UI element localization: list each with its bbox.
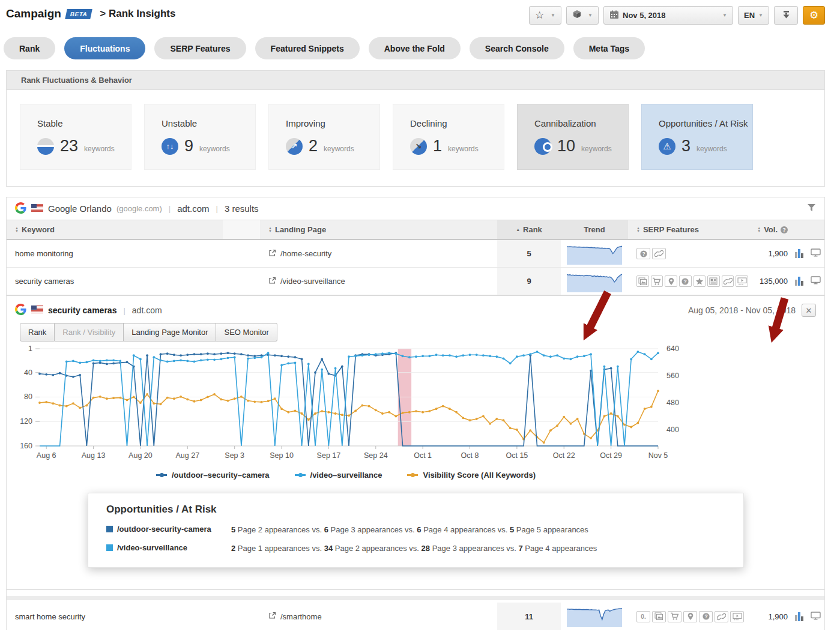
filter-icon[interactable] <box>807 204 816 214</box>
sort-icon <box>757 227 761 233</box>
bar-chart-icon[interactable] <box>795 249 803 258</box>
column-header-keyword[interactable]: Keyword <box>7 220 223 239</box>
landing-page-link[interactable]: /video-surveillance <box>260 277 497 286</box>
pin-serp-icon <box>665 275 677 287</box>
bar-chart-icon[interactable] <box>795 612 803 621</box>
keyword-detail-panel: security cameras | adt.com Aug 05, 2018 … <box>7 295 824 590</box>
table-row-smart-home-security[interactable]: smart home security/smarthome110.?1,900 <box>7 603 824 630</box>
chevron-down-icon: ▼ <box>758 13 763 18</box>
improving-icon: ↗ <box>286 138 303 155</box>
top-bar: Campaign BETA > Rank Insights ☆▼ ▼ Nov 5… <box>0 0 831 31</box>
tab-fluctuations[interactable]: Fluctuations <box>64 37 145 59</box>
subtab-seo-monitor[interactable]: SEO Monitor <box>216 323 277 342</box>
card-unit: keywords <box>324 145 354 155</box>
language-dropdown-button[interactable]: EN ▼ <box>738 6 769 25</box>
tab-search-console[interactable]: Search Console <box>470 37 564 59</box>
download-button[interactable] <box>774 6 798 25</box>
trend-sparkline[interactable] <box>567 606 622 627</box>
settings-button[interactable]: ⚙ <box>803 6 825 25</box>
fluctuation-card-cannibalization[interactable]: Cannibalization10keywords <box>517 104 629 170</box>
gear-icon: ⚙ <box>809 9 818 22</box>
fluctuation-card-unstable[interactable]: Unstable↑↓9keywords <box>144 104 256 170</box>
cube-icon <box>572 10 582 21</box>
external-link-icon <box>268 277 276 286</box>
tab-featured-snippets[interactable]: Featured Snippets <box>255 37 360 59</box>
legend-marker <box>407 474 418 476</box>
fluctuation-card-stable[interactable]: Stable23keywords <box>20 104 131 170</box>
legend-item-video-surveillance[interactable]: /video–surveillance <box>295 471 382 480</box>
chart-legend: /outdoor–security–camera/video–surveilla… <box>7 471 685 480</box>
svg-text:Sep 10: Sep 10 <box>270 451 294 460</box>
legend-label: /video–surveillance <box>310 471 382 480</box>
close-icon[interactable]: ✕ <box>802 304 816 317</box>
legend-item-outdoor-security-camera[interactable]: /outdoor–security–camera <box>156 471 270 480</box>
legend-item-visibility-score-all-keywords[interactable]: Visibility Score (All Keywords) <box>407 471 536 480</box>
detail-subtabs: RankRank / VisibilityLanding Page Monito… <box>20 323 277 342</box>
trend-sparkline[interactable] <box>567 243 622 265</box>
landing-page-link[interactable]: /smarthome <box>260 612 497 621</box>
fluctuation-card-improving[interactable]: Improving↗2keywords <box>268 104 380 170</box>
tab-serp-features[interactable]: SERP Features <box>154 37 246 59</box>
svg-text:Sep 24: Sep 24 <box>364 451 388 460</box>
card-label: Unstable <box>162 118 255 128</box>
rank-visibility-chart[interactable]: 14080120160640560480400Aug 6Aug 13Aug 20… <box>7 343 824 465</box>
card-label: Declining <box>410 118 504 128</box>
volume-cell: 135,000 <box>748 277 791 286</box>
tab-above-the-fold[interactable]: Above the Fold <box>369 37 461 59</box>
svg-text:Nov 5: Nov 5 <box>648 451 668 460</box>
monitor-icon[interactable] <box>811 248 821 259</box>
search-engine-domain: (google.com) <box>116 204 162 213</box>
svg-text:Sep 3: Sep 3 <box>225 451 244 460</box>
monitor-icon[interactable] <box>811 612 821 622</box>
subtab-landing-page-monitor[interactable]: Landing Page Monitor <box>124 323 216 342</box>
images-serp-icon <box>652 611 666 622</box>
package-dropdown-button[interactable]: ▼ <box>566 6 599 25</box>
fluctuation-card-opportunities-at-risk[interactable]: Opportunities / At Risk⚠3keywords <box>641 104 753 170</box>
trend-cell <box>561 240 628 267</box>
favorites-dropdown-button[interactable]: ☆▼ <box>529 6 561 25</box>
tab-meta-tags[interactable]: Meta Tags <box>573 37 645 59</box>
date-picker-button[interactable]: Nov 5, 2018 ▼ <box>603 6 733 25</box>
trend-sparkline[interactable] <box>567 271 622 292</box>
landing-page-link[interactable]: /home-security <box>260 249 497 259</box>
results-source-header: Google Orlando (google.com) | adt.com | … <box>7 197 824 220</box>
svg-text:Oct 15: Oct 15 <box>506 451 528 460</box>
monitor-icon[interactable] <box>811 276 821 286</box>
column-header-trend: Trend <box>561 220 628 239</box>
column-header-landing-page[interactable]: Landing Page <box>260 220 497 239</box>
rank-cell: 5 <box>497 240 561 267</box>
sort-icon <box>15 227 19 233</box>
opportunities-popover: Opportunities / At Risk /outdoor-securit… <box>88 493 744 568</box>
column-header-rank[interactable]: ▲Rank <box>497 220 561 239</box>
external-link-icon <box>268 612 276 621</box>
card-unit: keywords <box>199 145 230 155</box>
serp-features-cell: ? <box>628 248 748 259</box>
unstable-icon: ↑↓ <box>162 138 178 155</box>
card-count: 2 <box>309 137 318 155</box>
search-engine-label: Google Orlando <box>48 203 112 214</box>
tab-rank[interactable]: Rank <box>4 37 55 59</box>
column-header-volume[interactable]: Vol.? <box>748 220 791 239</box>
table-row-home-monitoring[interactable]: home monitoring/home-security5?1,900 <box>7 240 824 268</box>
svg-text:80: 80 <box>24 393 32 401</box>
link-serp-icon <box>722 275 734 287</box>
cart-serp-icon <box>651 275 663 287</box>
table-row-security-cameras[interactable]: security cameras/video-surveillance9?135… <box>7 268 824 295</box>
date-picker-value: Nov 5, 2018 <box>623 11 719 20</box>
card-unit: keywords <box>448 145 479 155</box>
card-unit: keywords <box>84 145 115 155</box>
opportunity-row-outdoor-security-camera: /outdoor-security-camera5 Page 2 appeara… <box>106 525 727 534</box>
sort-icon <box>268 227 272 233</box>
table-footer-rows: smart home security/smarthome110.?1,900 <box>7 603 824 630</box>
actions-cell <box>791 612 824 622</box>
opportunity-page-label: /video-surveillance <box>106 543 231 552</box>
page-title: > Rank Insights <box>100 8 175 20</box>
column-header-serp-features[interactable]: SERP Features <box>628 220 748 239</box>
subtab-rank-visibility[interactable]: Rank / Visibility <box>55 323 124 342</box>
star-serp-icon <box>694 275 706 287</box>
section-title: Rank Fluctuations & Behavior <box>7 71 824 90</box>
bar-chart-icon[interactable] <box>795 277 803 286</box>
subtab-rank[interactable]: Rank <box>20 323 55 342</box>
fluctuation-card-declining[interactable]: Declining↘1keywords <box>393 104 504 170</box>
svg-text:40: 40 <box>24 369 32 377</box>
